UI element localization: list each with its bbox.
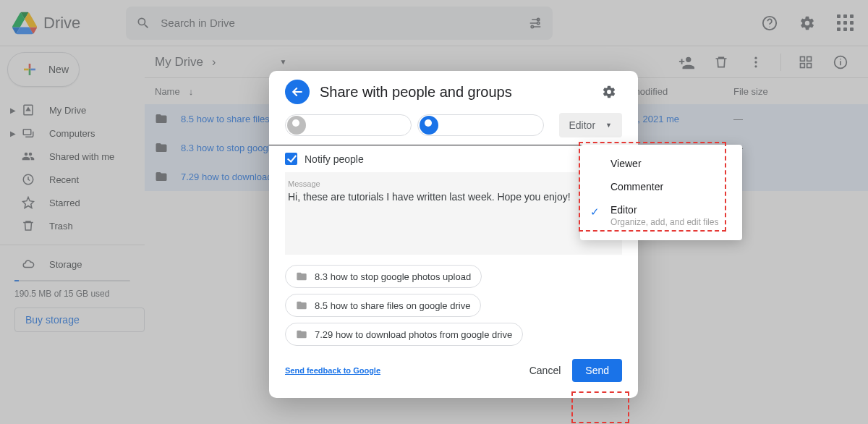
role-menu: Viewer Commenter ✓ Editor Organize, add,… [580, 145, 742, 240]
role-option-editor[interactable]: ✓ Editor Organize, add, and edit files [580, 198, 742, 233]
attachment-chip[interactable]: 7.29 how to download photos from google … [285, 323, 523, 346]
folder-icon [296, 328, 307, 340]
avatar-icon [420, 116, 438, 135]
modal-title: Share with people and groups [320, 84, 512, 101]
role-selected-label: Editor [569, 119, 596, 131]
notify-checkbox[interactable] [285, 153, 297, 165]
message-text: Hi, these are tutorials I have written l… [288, 191, 619, 203]
role-option-commenter[interactable]: Commenter [580, 175, 742, 198]
folder-icon [296, 271, 307, 282]
people-input-row[interactable]: Editor ▼ [269, 113, 638, 145]
back-button[interactable] [285, 80, 310, 104]
cancel-button[interactable]: Cancel [525, 359, 566, 382]
attachment-chip[interactable]: 8.3 how to stop google photos upload [285, 265, 482, 288]
send-button[interactable]: Send [572, 359, 622, 382]
role-dropdown[interactable]: Editor ▼ [559, 113, 623, 137]
person-chip[interactable] [417, 114, 544, 136]
chevron-down-icon: ▼ [605, 122, 612, 129]
attachment-chip[interactable]: 8.5 how to share files on google drive [285, 294, 481, 317]
folder-icon [296, 300, 307, 311]
feedback-link[interactable]: Send feedback to Google [285, 366, 380, 375]
message-box[interactable]: Message Hi, these are tutorials I have w… [285, 172, 622, 255]
message-hint: Message [288, 179, 619, 188]
check-icon: ✓ [590, 204, 602, 219]
person-chip[interactable] [285, 114, 412, 136]
share-settings-gear-icon[interactable] [596, 79, 622, 105]
role-option-viewer[interactable]: Viewer [580, 152, 742, 175]
avatar-icon [287, 116, 306, 135]
notify-label: Notify people [305, 153, 364, 165]
